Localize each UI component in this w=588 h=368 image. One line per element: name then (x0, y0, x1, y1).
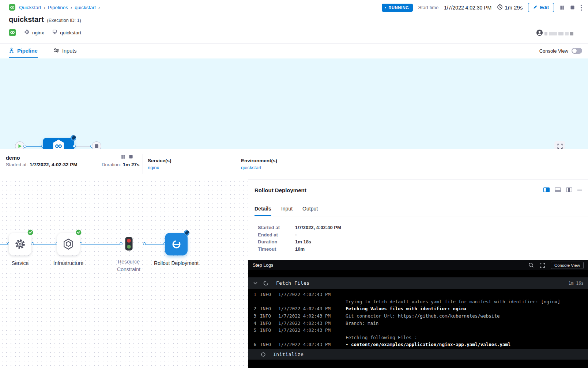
running-spinner-icon (70, 135, 76, 143)
log-section-fetch-files[interactable]: Fetch Files 1m 16s (248, 277, 588, 289)
redacted-text (544, 32, 547, 35)
running-spinner-icon (184, 230, 190, 238)
resource-center[interactable] (536, 29, 573, 38)
header: Quickstart › Pipelines › quickstart › RU… (0, 0, 588, 43)
environment-link[interactable]: quickstart (241, 165, 261, 170)
environments-label: Environment(s) (241, 158, 277, 163)
log-search-icon[interactable] (528, 262, 534, 268)
layout-right-split-icon[interactable] (543, 187, 550, 192)
view-tabbar: Pipeline Inputs Console View (0, 43, 588, 58)
started-at-label: Started at: (6, 162, 28, 167)
graph-edge (81, 244, 121, 244)
success-check-icon (76, 229, 82, 237)
infrastructure-hexagon-icon (63, 238, 74, 250)
step-node-service[interactable] (9, 233, 31, 255)
stage-summary-bar: demo Started at: 1/7/2022, 4:02:32 PM Du… (0, 149, 588, 179)
redacted-text (549, 32, 557, 35)
step-node-infrastructure[interactable] (57, 233, 80, 255)
cd-module-icon (9, 4, 15, 11)
pipeline-canvas[interactable]: demo (0, 58, 588, 149)
section-name: Initialize (273, 352, 304, 357)
chevron-down-icon[interactable] (253, 282, 257, 285)
more-options-button[interactable] (580, 4, 582, 11)
pipeline-execution-page: Quickstart › Pipelines › quickstart › RU… (0, 0, 588, 368)
tab-output[interactable]: Output (302, 201, 318, 216)
breadcrumb-separator: › (70, 5, 73, 10)
minimize-panel-icon[interactable] (577, 189, 582, 191)
log-line-continuation: Trying to fetch default values yaml file… (248, 298, 588, 306)
breadcrumb-link-project[interactable]: Quickstart (19, 5, 41, 10)
pipeline-tags: nginx quickstart (9, 29, 81, 36)
breadcrumb-link-pipelines[interactable]: Pipelines (48, 5, 68, 10)
step-node-rollout-deployment[interactable] (165, 233, 188, 255)
pause-execution-button[interactable] (559, 5, 565, 10)
pencil-icon (533, 5, 538, 10)
divider (248, 216, 588, 216)
tab-input[interactable]: Input (281, 201, 293, 216)
clock-icon (497, 4, 503, 11)
log-link[interactable]: https://github.com/kubernetes/website (398, 313, 500, 319)
log-section-initialize[interactable]: Initialize (248, 349, 588, 360)
detail-label: Duration (258, 239, 295, 244)
service-tag: nginx (24, 29, 44, 36)
pipeline-icon (9, 48, 14, 54)
tab-pipeline[interactable]: Pipeline (9, 43, 38, 58)
breadcrumb-separator: › (43, 5, 46, 10)
tab-inputs[interactable]: Inputs (53, 43, 77, 58)
divider (143, 154, 143, 174)
inputs-icon (53, 48, 59, 54)
graph-connector-dot (31, 242, 34, 245)
breadcrumb-link-pipeline[interactable]: quickstart (75, 5, 96, 10)
graph-connector-dot (79, 242, 82, 245)
stop-execution-button[interactable] (570, 5, 575, 10)
panel-layout-controls (543, 187, 582, 192)
edge-connector-dot (73, 145, 76, 148)
section-name: Fetch Files (276, 280, 310, 286)
pending-circle-icon (261, 352, 265, 357)
log-line: 1INFO1/7/2022 4:02:43 PM (248, 291, 588, 298)
edge-demo-end (74, 146, 92, 147)
detail-label: Timeout (258, 246, 295, 252)
stage-stop-button[interactable] (129, 155, 133, 159)
status-label: RUNNING (388, 5, 409, 10)
step-panel-title: Rollout Deployment (255, 187, 306, 193)
avatar-icon (536, 29, 543, 38)
execution-graph[interactable]: Service Infrastructure Resource Constrai… (0, 179, 248, 368)
log-console-view-button[interactable]: Console View (551, 262, 584, 269)
detail-row: Duration 1m 18s (258, 238, 341, 246)
gear-icon (14, 238, 26, 250)
duration-value: 1m 27s (123, 162, 140, 167)
traffic-light-icon (125, 237, 133, 251)
service-link[interactable]: nginx (148, 165, 159, 170)
tab-details[interactable]: Details (255, 201, 271, 216)
gear-icon (24, 29, 30, 36)
step-logs-header: Step Logs Console View (248, 260, 588, 270)
detail-value: 1/7/2022, 4:02:40 PM (295, 225, 341, 230)
console-view-toggle[interactable] (572, 48, 582, 54)
log-fullscreen-icon[interactable] (540, 263, 545, 268)
layout-bottom-split-icon[interactable] (555, 187, 561, 192)
status-dot (385, 7, 386, 8)
detail-value: 10m (295, 246, 305, 252)
detail-value: - (295, 232, 297, 238)
graph-connector-dot (143, 242, 146, 245)
stop-icon (95, 144, 98, 148)
cd-module-icon (9, 29, 16, 36)
log-line: 6INFO1/7/2022 4:02:43 PM - content/en/ex… (248, 341, 588, 348)
console-view-label: Console View (539, 48, 568, 54)
detail-row: Timeout 10m (258, 246, 341, 253)
section-duration: 1m 16s (568, 281, 584, 286)
detail-label: Started at (258, 225, 295, 230)
layout-left-split-icon[interactable] (566, 187, 572, 192)
log-line: 2INFO1/7/2022 4:02:43 PM Fetching Values… (248, 305, 588, 312)
environment-tag: quickstart (52, 29, 81, 36)
stage-pause-button[interactable] (121, 155, 125, 159)
section-spinner-icon (263, 281, 268, 286)
stage-title: demo (6, 155, 20, 161)
detail-value: 1m 18s (295, 239, 311, 244)
step-logs-console: Step Logs Console View (248, 260, 588, 368)
redacted-text (565, 32, 569, 35)
start-time-label: Start time (418, 5, 439, 10)
step-node-resource-constraint[interactable] (125, 237, 133, 252)
edit-button[interactable]: Edit (528, 3, 554, 12)
